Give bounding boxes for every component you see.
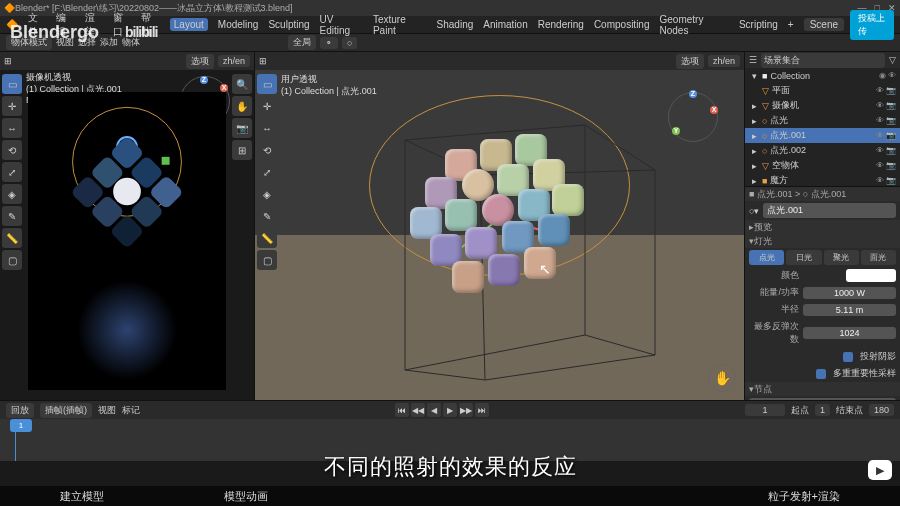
current-frame[interactable]: 1 [745, 404, 785, 416]
outliner-icon: ☰ [749, 55, 757, 65]
tab-sculpting[interactable]: Sculpting [268, 19, 309, 30]
bilibili-tv-icon[interactable]: ▶ [868, 460, 892, 480]
end-frame[interactable]: 180 [869, 404, 894, 416]
label-end: 结束点 [836, 404, 863, 417]
power-field[interactable]: 1000 W [803, 287, 896, 299]
keyframe-next[interactable]: ▶▶ [459, 403, 473, 417]
tab-anim[interactable]: Animation [483, 19, 527, 30]
breadcrumb[interactable]: ■ 点光.001 > ○ 点光.001 [749, 188, 846, 201]
vp2-tool-move[interactable]: ↔ [257, 118, 277, 138]
mis-checkbox[interactable] [816, 369, 826, 379]
outliner-search[interactable]: 场景集合 [761, 53, 885, 68]
outliner-item[interactable]: ▸○点光👁 📷 [745, 113, 900, 128]
color-field[interactable] [846, 269, 896, 282]
tab-geonodes[interactable]: Geometry Nodes [659, 14, 728, 36]
vp1-options[interactable]: 选项 [186, 54, 214, 69]
outliner-item[interactable]: ▽平面👁 📷 [745, 83, 900, 98]
vp2-tool-cursor[interactable]: ✛ [257, 96, 277, 116]
tab-modeling[interactable]: Modeling [218, 19, 259, 30]
snap-toggle[interactable]: ⚬ [320, 37, 338, 49]
use-nodes-button[interactable]: 使用节点 [749, 398, 896, 400]
light-type-spot[interactable]: 聚光 [824, 250, 859, 265]
viewport-canvas [255, 70, 744, 400]
bounces-field[interactable]: 1024 [803, 327, 896, 339]
data-name-field[interactable]: 点光.001 [763, 203, 896, 218]
upload-button[interactable]: 投稿上传 [850, 10, 894, 40]
tab-texpaint[interactable]: Texture Paint [373, 14, 427, 36]
tool-rotate[interactable]: ⟲ [2, 140, 22, 160]
vp2-options[interactable]: 选项 [676, 54, 704, 69]
play-forward[interactable]: ▶ [443, 403, 457, 417]
timeline-marker[interactable]: 标记 [122, 404, 140, 417]
outliner-item[interactable]: ▸○点光.002👁 📷 [745, 143, 900, 158]
chapter-2[interactable]: 模型动画 [204, 489, 288, 504]
vp1-persp[interactable]: ⊞ [232, 140, 252, 160]
vp2-tool-addcube[interactable]: ▢ [257, 250, 277, 270]
section-light[interactable]: ▾ 灯光 [745, 234, 900, 248]
tool-select[interactable]: ▭ [2, 74, 22, 94]
3d-viewport[interactable]: 用户透视 (1) Collection | 点光.001 X Y Z ✋ [255, 70, 744, 400]
menu-add[interactable]: 添加 [100, 36, 118, 49]
shadow-checkbox[interactable] [843, 352, 853, 362]
vp2-editor-icon[interactable]: ⊞ [259, 56, 267, 66]
vp2-tool-rotate[interactable]: ⟲ [257, 140, 277, 160]
radius-field[interactable]: 5.11 m [803, 304, 896, 316]
blender-icon: 🔶 [4, 3, 15, 13]
timeline-playhead[interactable]: 1 [10, 419, 32, 432]
vp2-lang[interactable]: zh/en [708, 55, 740, 67]
label-power: 能量/功率 [749, 286, 799, 299]
tool-move[interactable]: ↔ [2, 118, 22, 138]
keyframe-prev[interactable]: ◀◀ [411, 403, 425, 417]
tab-compositing[interactable]: Compositing [594, 19, 650, 30]
outliner-item[interactable]: ▸■魔方👁 📷 [745, 173, 900, 187]
outliner-item[interactable]: ▸▽摄像机👁 📷 [745, 98, 900, 113]
timeline-playback[interactable]: 回放 [6, 403, 34, 418]
tab-rendering[interactable]: Rendering [538, 19, 584, 30]
tool-transform[interactable]: ◈ [2, 184, 22, 204]
start-frame[interactable]: 1 [815, 404, 830, 416]
vp2-tool-measure[interactable]: 📏 [257, 228, 277, 248]
jump-start[interactable]: ⏮ [395, 403, 409, 417]
vp2-tool-select[interactable]: ▭ [257, 74, 277, 94]
tool-scale[interactable]: ⤢ [2, 162, 22, 182]
tool-cursor[interactable]: ✛ [2, 96, 22, 116]
light-type-point[interactable]: 点光 [749, 250, 784, 265]
label-bounces: 最多反弹次数 [749, 320, 799, 346]
vp2-tool-annotate[interactable]: ✎ [257, 206, 277, 226]
jump-end[interactable]: ⏭ [475, 403, 489, 417]
outliner-collection[interactable]: ▾■Collection◉ 👁 [745, 68, 900, 83]
chapter-1[interactable]: 建立模型 [40, 489, 124, 504]
vp1-lang[interactable]: zh/en [218, 55, 250, 67]
light-type-area[interactable]: 面光 [861, 250, 896, 265]
vp2-tool-scale[interactable]: ⤢ [257, 162, 277, 182]
section-preview[interactable]: ▸ 预览 [745, 220, 900, 234]
tab-scripting[interactable]: Scripting [739, 19, 778, 30]
proportional-toggle[interactable]: ○ [342, 37, 357, 49]
tab-layout[interactable]: Layout [170, 18, 208, 31]
transform-orientation[interactable]: 全局 [288, 35, 316, 50]
render-view[interactable] [28, 92, 226, 390]
tool-measure[interactable]: 📏 [2, 228, 22, 248]
section-nodes[interactable]: ▾ 节点 [745, 382, 900, 396]
outliner-item-selected[interactable]: ▸○点光.001👁 📷 [745, 128, 900, 143]
light-type-sun[interactable]: 日光 [786, 250, 821, 265]
editor-type-icon[interactable]: ⊞ [4, 56, 12, 66]
vp1-camera[interactable]: 📷 [232, 118, 252, 138]
chapter-3[interactable]: 粒子发射+渲染 [748, 489, 860, 504]
timeline-keying[interactable]: 插帧(插帧) [40, 403, 92, 418]
tool-annotate[interactable]: ✎ [2, 206, 22, 226]
vp1-pan[interactable]: ✋ [232, 96, 252, 116]
vp1-zoom[interactable]: 🔍 [232, 74, 252, 94]
datablock-icon: ○▾ [749, 206, 759, 216]
tab-shading[interactable]: Shading [437, 19, 474, 30]
vp1-title: 摄像机透视 [26, 72, 122, 84]
tab-uv[interactable]: UV Editing [320, 14, 363, 36]
timeline-view[interactable]: 视图 [98, 404, 116, 417]
vp2-tool-transform[interactable]: ◈ [257, 184, 277, 204]
scene-selector[interactable]: Scene [804, 18, 844, 31]
tab-add[interactable]: + [788, 19, 794, 30]
play-reverse[interactable]: ◀ [427, 403, 441, 417]
tool-addcube[interactable]: ▢ [2, 250, 22, 270]
filter-icon[interactable]: ▽ [889, 55, 896, 65]
outliner-item[interactable]: ▸▽空物体👁 📷 [745, 158, 900, 173]
